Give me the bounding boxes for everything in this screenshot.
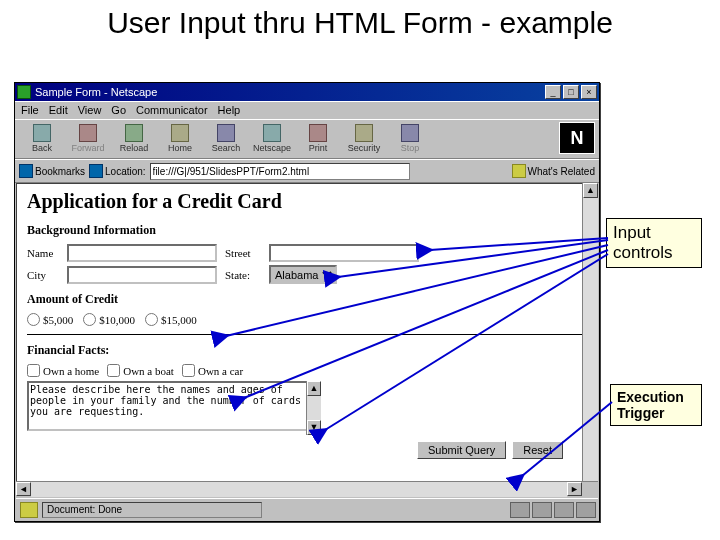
scroll-left-button[interactable]: ◄ [16,482,31,496]
close-button[interactable]: × [581,85,597,99]
city-input[interactable] [67,266,217,284]
menu-help[interactable]: Help [218,104,241,117]
netscape-button[interactable]: Netscape [249,122,295,156]
toolbar: Back Forward Reload Home Search Netscape… [15,119,599,159]
street-input[interactable] [269,244,419,262]
label-name: Name [27,247,67,259]
reset-button[interactable]: Reset [512,441,563,459]
credit-radios: $5,000 $10,000 $15,000 [27,313,587,326]
location-label: Location: [105,166,146,177]
print-button[interactable]: Print [295,122,341,156]
status-text: Document: Done [42,502,262,518]
window-title: Sample Form - Netscape [35,86,157,98]
vertical-scrollbar[interactable]: ▲ ▼ [582,183,598,497]
search-button[interactable]: Search [203,122,249,156]
menu-bar: File Edit View Go Communicator Help [15,101,599,119]
section-credit: Amount of Credit [27,292,587,307]
page-title: Application for a Credit Card [27,190,587,213]
stop-button[interactable]: Stop [387,122,433,156]
bookmarks-button[interactable]: Bookmarks [19,164,85,178]
maximize-button[interactable]: □ [563,85,579,99]
status-bar: Document: Done [16,498,598,520]
lock-icon [20,502,38,518]
page-viewport: Application for a Credit Card Background… [16,183,598,497]
menu-view[interactable]: View [78,104,102,117]
title-bar: Sample Form - Netscape _ □ × [15,83,599,101]
separator [27,334,587,335]
check-boat[interactable] [107,364,120,377]
menu-edit[interactable]: Edit [49,104,68,117]
radio-10000[interactable] [83,313,96,326]
location-bar: Bookmarks Location: What's Related [15,159,599,183]
callout-execution-trigger: Execution Trigger [610,384,702,426]
netscape-logo: N [559,122,595,154]
status-icon-1 [510,502,530,518]
scroll-up-button[interactable]: ▲ [583,183,598,198]
section-background: Background Information [27,223,587,238]
label-street: Street [225,247,269,259]
forward-button[interactable]: Forward [65,122,111,156]
back-button[interactable]: Back [19,122,65,156]
security-button[interactable]: Security [341,122,387,156]
bookmarks-icon [19,164,33,178]
section-financial: Financial Facts: [27,343,587,358]
check-car[interactable] [182,364,195,377]
callout-input-controls: Input controls [606,218,702,268]
home-button[interactable]: Home [157,122,203,156]
menu-file[interactable]: File [21,104,39,117]
label-state: State: [225,269,269,281]
status-icon-3 [554,502,574,518]
minimize-button[interactable]: _ [545,85,561,99]
location-icon [89,164,103,178]
state-select[interactable]: Alabama [269,265,337,284]
menu-communicator[interactable]: Communicator [136,104,208,117]
url-input[interactable] [150,163,410,180]
check-home[interactable] [27,364,40,377]
label-city: City [27,269,67,281]
name-input[interactable] [67,244,217,262]
radio-5000[interactable] [27,313,40,326]
app-icon [17,85,31,99]
radio-15000[interactable] [145,313,158,326]
submit-button[interactable]: Submit Query [417,441,506,459]
financial-checks: Own a home Own a boat Own a car [27,364,587,377]
description-textarea[interactable]: Please describe here the names and ages … [27,381,321,431]
reload-button[interactable]: Reload [111,122,157,156]
related-icon [512,164,526,178]
textarea-scrollbar[interactable]: ▲▼ [306,381,321,435]
horizontal-scrollbar[interactable]: ◄ ► [16,481,598,497]
menu-go[interactable]: Go [111,104,126,117]
browser-window: Sample Form - Netscape _ □ × File Edit V… [14,82,600,522]
whats-related-button[interactable]: What's Related [512,164,596,178]
scroll-right-button[interactable]: ► [567,482,582,496]
status-icon-2 [532,502,552,518]
slide-title: User Input thru HTML Form - example [0,0,720,44]
status-icon-4 [576,502,596,518]
